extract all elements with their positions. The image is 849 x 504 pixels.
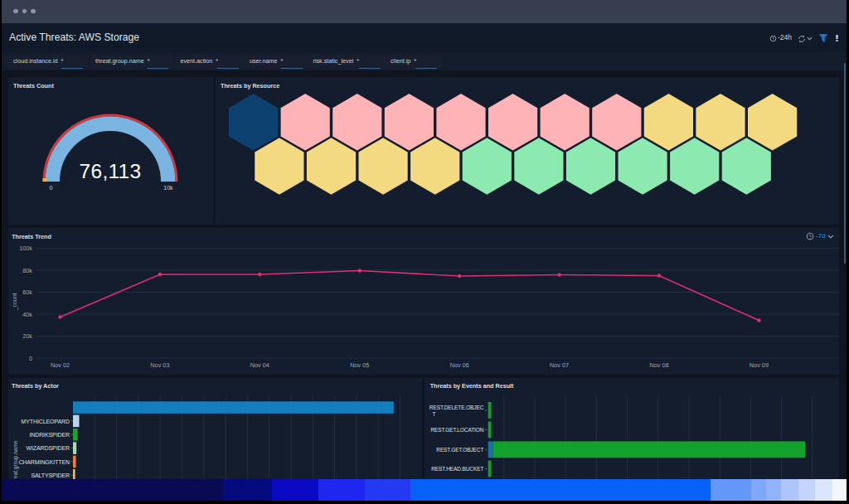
svg-text:Nov 06: Nov 06 [450,361,469,369]
svg-text:REST.DELETE.OBJEC: REST.DELETE.OBJEC [429,404,484,410]
svg-text:76,113: 76,113 [80,160,142,182]
svg-text:0: 0 [29,355,32,362]
svg-text:REST.GET.OBJECT: REST.GET.OBJECT [436,446,483,452]
svg-text:REST.HEAD.BUCKET: REST.HEAD.BUCKET [431,466,483,472]
svg-text:Nov 04: Nov 04 [250,361,269,369]
svg-text:Nov 08: Nov 08 [649,361,668,369]
svg-text:SALTYSPIDER: SALTYSPIDER [31,472,70,477]
svg-text:threat.group.name: threat.group.name [12,440,19,485]
svg-text:MYTHICLEOPARD: MYTHICLEOPARD [22,418,70,424]
svg-text:_count: _count [12,293,18,311]
svg-text:INDRIKSPIDER: INDRIKSPIDER [29,431,70,437]
svg-text:0: 0 [49,185,52,191]
svg-text:Nov 05: Nov 05 [350,361,369,369]
svg-text:80k: 80k [22,267,32,274]
svg-text:T: T [432,410,435,416]
svg-text:100k: 100k [19,245,32,252]
svg-text:CHARMINGKITTEN: CHARMINGKITTEN [18,458,70,464]
svg-text:REST.GET.LOCATION: REST.GET.LOCATION [430,427,483,433]
svg-text:40k: 40k [22,311,32,318]
svg-text:60k: 60k [22,288,32,296]
svg-text:Nov 02: Nov 02 [51,361,70,369]
svg-text:Nov 09: Nov 09 [750,361,769,369]
svg-text:WIZARDSPIDER: WIZARDSPIDER [27,445,70,451]
svg-text:Nov 07: Nov 07 [550,361,569,369]
svg-text:20k: 20k [22,332,32,340]
svg-text:Nov 03: Nov 03 [150,361,169,369]
svg-text:10k: 10k [163,185,173,191]
